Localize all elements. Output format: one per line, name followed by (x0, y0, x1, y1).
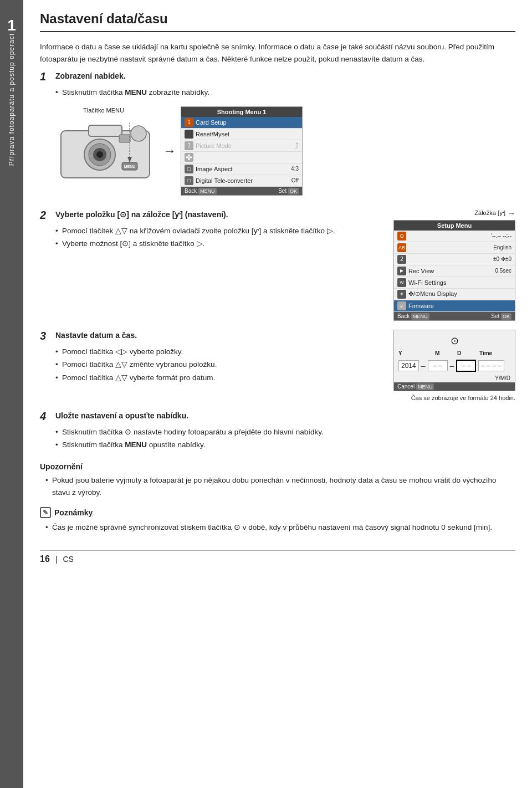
menu-icon-reset (185, 130, 193, 139)
menu-label-reset: Reset/Myset (196, 131, 299, 137)
setup-label-menu-disp: ✤/⊙Menu Display (408, 290, 511, 298)
svg-rect-1 (89, 125, 122, 136)
setup-icon-lang: AB (397, 243, 406, 252)
menu-footer: Back MENU Set OK (181, 187, 302, 195)
datetime-t-label: Time (479, 350, 510, 356)
svg-rect-6 (119, 135, 130, 142)
setup-row-firmware: ƴ Firmware (394, 300, 515, 312)
setup-row-clock: ⊙ '--.-- --:-- (394, 231, 515, 242)
shooting-menu-box: Shooting Menu 1 1 Card Setup Reset/Myset… (181, 106, 303, 196)
step-4-number: 4 (40, 410, 51, 423)
step-2-bullet-2: Vyberte možnost [⊙] a stiskněte tlačítko… (55, 238, 388, 250)
step1-arrow: → (163, 143, 176, 158)
setup-row-wifi: W Wi-Fi Settings (394, 277, 515, 289)
step-3-bullet-1: Pomocí tlačítka ◁▷ vyberte položky. (55, 346, 388, 358)
setup-row-rec: ▶ Rec View 0.5sec (394, 265, 515, 277)
setup-row-menu-disp: ✤ ✤/⊙Menu Display (394, 289, 515, 300)
menu-icon-picture: 2 (185, 141, 193, 150)
datetime-cancel-icon: MENU (416, 383, 434, 390)
main-content: Nastavení data/času Informace o datu a č… (23, 0, 532, 788)
sidebar: 1 Příprava fotoaparátu a postup operací (0, 0, 23, 788)
setup-row-wb: 2 ±0 ✤±0 (394, 254, 515, 265)
setup-menu-box: Setup Menu ⊙ '--.-- --:-- AB English (393, 220, 515, 321)
menu-label-card-setup: Card Setup (196, 119, 299, 126)
step-1-bullets: Stisknutím tlačítka MENU zobrazíte nabíd… (55, 86, 515, 99)
notes-icon: ✎ (40, 507, 51, 518)
menu-icon-1: 1 (185, 118, 193, 127)
notes-bullets: Čas je možné správně synchronizovat stis… (45, 521, 515, 534)
datetime-year-val: 2014 (398, 360, 419, 371)
step-3-left: 3 Nastavte datum a čas. Pomocí tlačítka … (40, 330, 388, 401)
svg-text:MENU: MENU (124, 165, 136, 168)
setup-label-wifi: Wi-Fi Settings (408, 279, 511, 286)
menu-label-aspect: Image Aspect (196, 166, 291, 172)
step-2-bullet-1: Pomocí tlačítek △▽ na křížovém ovladači … (55, 225, 388, 237)
datetime-note: Čas se zobrazuje ve formátu 24 hodin. (411, 395, 515, 401)
step-1-section: 1 Zobrazení nabídek. Stisknutím tlačítka… (40, 70, 515, 196)
notes-title-text: Poznámky (54, 508, 93, 517)
step-2-bullets: Pomocí tlačítek △▽ na křížovém ovladači … (55, 225, 388, 250)
menu-row-plus: ✤ (181, 152, 302, 163)
tab-arrow: → (508, 209, 515, 218)
step-2-title: Vyberte položku [⊙] na záložce [ƴ] (nast… (55, 209, 388, 221)
camera-menu-label: Tlačítko MENU (83, 107, 124, 114)
menu-val-aspect: 4:3 (291, 166, 299, 172)
tab-label: Záložka [ƴ] (474, 209, 505, 217)
setup-val-rec: 0.5sec (495, 268, 511, 274)
page-footer: 16 | CS (40, 550, 515, 564)
step-3-title: Nastavte datum a čas. (55, 330, 388, 341)
setup-icon-rec: ▶ (397, 267, 406, 275)
menu-val-tele: Off (291, 177, 299, 183)
step-2-right: Záložka [ƴ] → Setup Menu ⊙ '--.-- --:-- … (393, 209, 515, 321)
step-2-left: 2 Vyberte položku [⊙] na záložce [ƴ] (na… (40, 209, 388, 321)
notes-bullet-1: Čas je možné správně synchronizovat stis… (45, 521, 515, 534)
step-2-number: 2 (40, 209, 51, 222)
menu-icon-tele: □ (185, 176, 193, 185)
setup-back-label: Back MENU (397, 313, 429, 319)
step-3-section: 3 Nastavte datum a čas. Pomocí tlačítka … (40, 330, 515, 401)
datetime-format: Y/M/D (394, 374, 515, 382)
datetime-d-label: D (457, 350, 479, 356)
menu-row-aspect: □ Image Aspect 4:3 (181, 163, 302, 175)
datetime-box: ⊙ Y M D Time 2014 – – – – – – – – (393, 330, 515, 391)
menu-row-tele: □ Digital Tele-converter Off (181, 175, 302, 187)
sep2: – (450, 361, 454, 370)
warning-section: Upozornění Pokud jsou baterie vyjmuty a … (40, 462, 515, 498)
step-3-bullet-2: Pomocí tlačítka △▽ změňte vybranou polož… (55, 359, 388, 371)
setup-val-clock: '--.-- --:-- (491, 233, 511, 239)
notes-section: ✎ Poznámky Čas je možné správně synchron… (40, 507, 515, 534)
setup-val-wb: ±0 ✤±0 (493, 256, 511, 262)
setup-icon-menu-disp: ✤ (397, 290, 406, 299)
sep1: – (421, 361, 426, 370)
setup-icon-wb: 2 (397, 255, 406, 264)
sidebar-number: 1 (7, 17, 16, 34)
datetime-y-label: Y (398, 350, 426, 356)
menu-label-tele: Digital Tele-converter (196, 177, 291, 184)
step-3-bullets: Pomocí tlačítka ◁▷ vyberte položky. Pomo… (55, 346, 388, 384)
svg-point-5 (96, 151, 103, 158)
step-3-right: ⊙ Y M D Time 2014 – – – – – – – – (393, 330, 515, 401)
setup-label-firmware: Firmware (408, 303, 511, 309)
warning-bullets: Pokud jsou baterie vyjmuty a fotoaparát … (45, 474, 515, 498)
notes-title: ✎ Poznámky (40, 507, 515, 518)
warning-bullet-1: Pokud jsou baterie vyjmuty a fotoaparát … (45, 474, 515, 498)
menu-icon-aspect: □ (185, 165, 193, 173)
menu-row-picture: 2 Picture Mode ⤴ (181, 140, 302, 152)
setup-label-rec: Rec View (408, 268, 495, 274)
step-4-bullets: Stisknutím tlačítka ⊙ nastavte hodiny fo… (55, 426, 515, 451)
step-3-number: 3 (40, 330, 51, 342)
page-title: Nastavení data/času (40, 11, 515, 32)
menu-icon-plus: ✤ (185, 153, 193, 162)
menu-set-label: Set OK (278, 188, 299, 194)
datetime-clock-icon: ⊙ (394, 330, 515, 349)
page-number: 16 (40, 554, 50, 564)
menu-row-reset: Reset/Myset (181, 129, 302, 140)
datetime-month-val: – – (428, 360, 448, 371)
shooting-menu-title: Shooting Menu 1 (181, 107, 302, 117)
setup-row-lang: AB English (394, 242, 515, 254)
datetime-values-row: 2014 – – – – – – – – – – (394, 357, 515, 374)
datetime-day-val: – – (456, 360, 476, 372)
datetime-cancel: Cancel (397, 383, 415, 390)
camera-icon: MENU (55, 117, 155, 183)
setup-icon-firmware: ƴ (397, 301, 406, 310)
